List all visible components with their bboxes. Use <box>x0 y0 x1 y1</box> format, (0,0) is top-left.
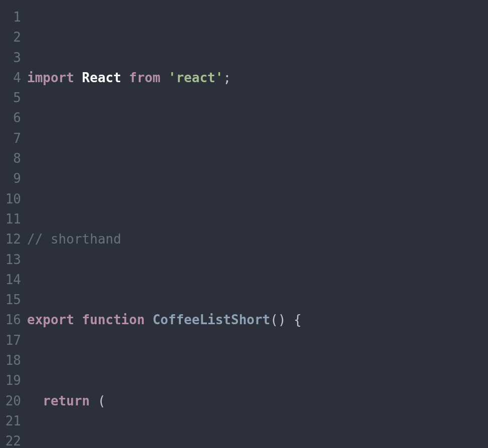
line-number: 18 <box>0 350 21 370</box>
code-line[interactable]: // shorthand <box>27 229 488 249</box>
code-line[interactable]: import React from 'react'; <box>27 68 488 88</box>
line-number: 6 <box>0 108 21 128</box>
line-number: 17 <box>0 330 21 350</box>
brace-open: { <box>294 312 302 327</box>
code-line[interactable]: export function CoffeeListShort() { <box>27 310 488 330</box>
keyword-from: from <box>129 70 161 85</box>
paren-open: ( <box>98 393 106 408</box>
function-name: CoffeeListShort <box>152 312 270 327</box>
line-number: 14 <box>0 270 21 290</box>
line-number: 1 <box>0 7 21 27</box>
code-line[interactable]: return ( <box>27 391 488 411</box>
line-number: 5 <box>0 88 21 108</box>
line-number: 16 <box>0 310 21 330</box>
line-number: 9 <box>0 168 21 188</box>
line-number: 4 <box>0 68 21 88</box>
parens: () <box>270 312 286 327</box>
line-number-gutter: 1 2 3 4 5 6 7 8 9 10 11 12 13 14 15 16 1… <box>0 7 27 448</box>
line-number: 22 <box>0 431 21 448</box>
code-area[interactable]: import React from 'react'; // shorthand … <box>27 7 488 448</box>
line-number: 20 <box>0 391 21 411</box>
line-number: 8 <box>0 148 21 168</box>
identifier-react: React <box>82 70 121 85</box>
line-number: 12 <box>0 229 21 249</box>
line-number: 19 <box>0 370 21 390</box>
line-number: 3 <box>0 48 21 68</box>
code-line[interactable] <box>27 148 488 168</box>
keyword-function: function <box>82 312 145 327</box>
semicolon: ; <box>223 70 231 85</box>
line-number: 15 <box>0 290 21 310</box>
line-number: 7 <box>0 128 21 148</box>
keyword-export: export <box>27 312 74 327</box>
keyword-import: import <box>27 70 74 85</box>
line-number: 13 <box>0 250 21 270</box>
code-editor[interactable]: 1 2 3 4 5 6 7 8 9 10 11 12 13 14 15 16 1… <box>0 7 488 448</box>
line-number: 21 <box>0 411 21 431</box>
line-number: 11 <box>0 209 21 229</box>
string-react: 'react' <box>168 70 223 85</box>
line-number: 10 <box>0 189 21 209</box>
comment-shorthand: // shorthand <box>27 232 121 247</box>
line-number: 2 <box>0 27 21 47</box>
keyword-return: return <box>43 393 90 408</box>
